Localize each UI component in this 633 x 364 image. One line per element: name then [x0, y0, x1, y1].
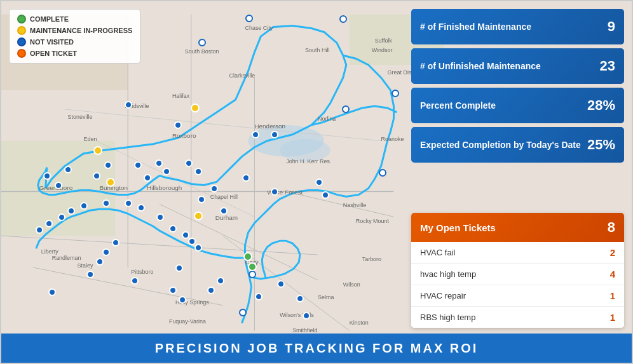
svg-text:Roxboro: Roxboro [172, 132, 196, 139]
map-pin [125, 199, 132, 207]
map-pin [48, 288, 56, 296]
svg-text:Staley: Staley [78, 262, 93, 269]
stat-card-unfinished: # of Unfinished Maintenance 23 [411, 48, 624, 84]
svg-text:Pittsboro: Pittsboro [131, 269, 153, 275]
legend-item-open-ticket: OPEN TICKET [17, 49, 132, 58]
svg-text:Wilson: Wilson [343, 281, 360, 288]
stat-label-percent: Percent Complete [420, 100, 496, 111]
svg-text:Hillsborough: Hillsborough [147, 184, 182, 191]
ticket-count-3: 1 [610, 312, 615, 323]
tickets-count: 8 [608, 219, 615, 236]
map-pin-open [198, 39, 206, 46]
map-pin [58, 213, 65, 221]
svg-text:Suffolk: Suffolk [375, 37, 393, 44]
map-legend: COMPLETE MAINTENANCE IN-PROGRESS NOT VIS… [9, 9, 140, 64]
map-pin-complete [243, 252, 252, 261]
legend-dot-open-ticket [17, 49, 26, 58]
map-pin [86, 271, 94, 278]
map-pin [194, 244, 202, 252]
legend-dot-complete [17, 15, 26, 24]
legend-dot-not-visited [17, 37, 26, 46]
map-pin [277, 280, 285, 288]
svg-text:South Boston: South Boston [185, 48, 219, 55]
map-pin [271, 188, 278, 196]
ticket-row-1: hvac high temp 4 [411, 264, 624, 285]
stat-value-expected: 25% [587, 137, 615, 153]
map-pin-maintenance [191, 104, 200, 112]
stat-card-expected: Expected Completion by Today's Date 25% [411, 127, 624, 163]
ticket-name-2: HVAC repair [420, 291, 466, 300]
map-pin [64, 166, 72, 173]
map-pin [55, 182, 62, 189]
map-pin [194, 168, 202, 175]
map-pin [67, 207, 75, 215]
svg-text:Eden: Eden [83, 136, 97, 142]
map-pin [198, 196, 205, 203]
footer-banner: PRECISION JOB TRACKING FOR MAX ROI [1, 334, 632, 363]
svg-text:Chapel Hill: Chapel Hill [210, 194, 238, 200]
footer-text: PRECISION JOB TRACKING FOR MAX ROI [155, 341, 479, 356]
map-pin [182, 231, 189, 239]
map-pin [104, 161, 112, 169]
stats-panel: # of Finished Maintenance 9 # of Unfinis… [411, 9, 624, 163]
map-pin-open [379, 169, 386, 177]
map-pin [144, 174, 151, 182]
map-pin [185, 159, 193, 167]
svg-text:Chase City: Chase City [245, 25, 273, 31]
map-pin-maintenance [194, 212, 203, 220]
svg-text:Stoneville: Stoneville [68, 114, 93, 120]
stat-value-percent: 28% [587, 97, 615, 114]
legend-label-open-ticket: OPEN TICKET [30, 50, 77, 57]
map-pin [179, 296, 186, 304]
map-pin [112, 239, 119, 246]
stat-label-unfinished: # of Unfinished Maintenance [420, 61, 541, 71]
map-pin [217, 277, 224, 285]
legend-item-complete: COMPLETE [17, 15, 132, 24]
svg-text:Roanoke: Roanoke [381, 136, 404, 142]
stat-label-finished: # of Finished Maintenance [420, 22, 531, 32]
legend-label-not-visited: NOT VISITED [30, 38, 74, 46]
svg-text:Clarksville: Clarksville [229, 72, 255, 79]
map-pin [303, 312, 310, 320]
svg-text:Nashville: Nashville [343, 202, 366, 208]
map-pin [242, 174, 250, 182]
map-pin [252, 131, 259, 138]
svg-text:Randleman: Randleman [52, 255, 81, 261]
map-pin-open [248, 271, 256, 278]
map-pin [315, 179, 323, 186]
map-pin [188, 238, 196, 245]
map-pin-maintenance [93, 146, 102, 155]
map-pin [220, 207, 228, 215]
svg-text:Windsor: Windsor [372, 47, 393, 53]
map-pin [125, 101, 132, 109]
map-pin-open [339, 15, 347, 23]
map-pin [131, 277, 139, 285]
svg-text:Halifax: Halifax [172, 93, 190, 99]
map-pin [156, 213, 164, 221]
map-pin [134, 161, 142, 169]
ticket-name-1: hvac high temp [420, 269, 476, 279]
svg-text:Henderson: Henderson [254, 123, 285, 130]
map-pin [102, 248, 110, 256]
ticket-row-3: RBS high temp 1 [411, 307, 624, 328]
map-pin [80, 202, 88, 210]
map-pin [296, 295, 304, 302]
svg-text:Rocky Mount: Rocky Mount [356, 218, 390, 224]
stat-value-finished: 9 [608, 18, 615, 35]
map-pin-open [239, 309, 247, 316]
svg-text:Fuquay-Varina: Fuquay-Varina [169, 318, 206, 325]
stat-value-unfinished: 23 [600, 58, 615, 74]
map-pin [96, 258, 104, 266]
ticket-count-0: 2 [610, 247, 615, 258]
svg-text:Liberty: Liberty [41, 248, 58, 255]
map-pin-open [391, 90, 399, 97]
ticket-count-2: 1 [610, 290, 615, 301]
map-pin [45, 220, 53, 227]
map-pin [210, 185, 218, 192]
map-pin [43, 172, 51, 180]
tickets-header: My Open Tickets 8 [411, 213, 624, 242]
stat-card-finished: # of Finished Maintenance 9 [411, 9, 624, 44]
ticket-row-0: HVAC fail 2 [411, 242, 624, 264]
legend-item-not-visited: NOT VISITED [17, 37, 132, 46]
map-pin-complete [248, 262, 257, 271]
